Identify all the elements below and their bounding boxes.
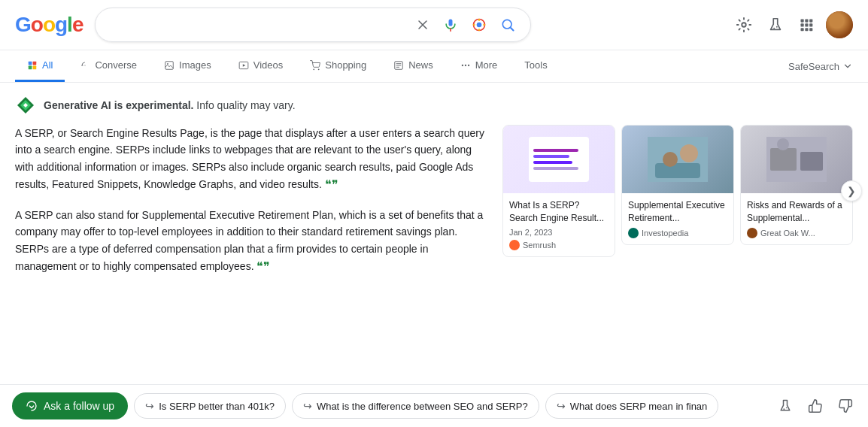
svg-point-39 [680,144,698,162]
suggestion-chip-1[interactable]: ↪ Is SERP better than 401k? [134,393,286,419]
search-bar[interactable]: what is a serp [95,8,531,42]
semrush-logo [509,240,520,250]
card-body-3: Risks and Rewards of a Supplemental... G… [741,193,852,244]
suggestion-text-3: What does SERP mean in finan [570,401,708,412]
bottom-labs-button[interactable] [775,395,796,416]
tab-converse[interactable]: Converse [68,50,149,82]
tab-news-label: News [408,59,433,71]
thumbs-up-icon [808,398,823,413]
svg-point-45 [777,138,789,150]
card-image-3 [741,126,852,193]
card-source-name-1: Semrush [523,241,556,250]
svg-rect-23 [165,61,174,69]
svg-rect-20 [29,65,32,69]
tab-shopping-label: Shopping [325,59,366,71]
tab-shopping[interactable]: Shopping [298,50,378,82]
svg-point-24 [167,63,168,65]
labs-button[interactable] [764,14,787,36]
card-date-1: Jan 2, 2023 [509,228,609,237]
google-logo: Google [15,13,83,37]
ai-paragraph-2: A SERP can also stand for Supplemental E… [15,207,487,277]
card-image-1 [503,126,615,193]
tab-news[interactable]: News [381,50,445,82]
chip-arrow-icon-3: ↪ [557,400,566,412]
card-source-3: Great Oak W... [747,228,846,238]
tab-more[interactable]: More [448,50,510,82]
search-button[interactable] [497,14,518,35]
investopedia-logo [628,228,639,238]
bottom-bar: Ask a follow up ↪ Is SERP better than 40… [0,384,868,427]
tab-videos-label: Videos [253,59,284,71]
svg-rect-15 [801,28,804,31]
svg-rect-12 [801,23,804,26]
videos-tab-icon [238,60,249,71]
tab-all[interactable]: All [15,50,65,82]
all-tab-icon [27,60,38,71]
card-source-name-2: Investopedia [642,229,688,238]
follow-up-label: Ask a follow up [44,400,114,412]
greatoak-logo [747,228,757,238]
svg-rect-43 [770,148,797,171]
safesearch[interactable]: SafeSearch [788,61,853,72]
card-source-name-3: Great Oak W... [760,229,815,238]
svg-point-7 [773,28,775,29]
header-right [733,11,853,38]
flask-icon [767,17,784,33]
svg-rect-10 [805,20,808,23]
svg-rect-21 [33,65,37,69]
svg-rect-19 [33,61,37,65]
card-serp-greatoak[interactable]: Risks and Rewards of a Supplemental... G… [740,125,853,245]
ai-paragraph-1: A SERP, or Search Engine Results Page, i… [15,125,487,195]
suggestion-chip-3[interactable]: ↪ What does SERP mean in finan [545,393,719,419]
card-serp-investopedia[interactable]: Supplemental Executive Retirement... Inv… [621,125,734,245]
follow-up-button[interactable]: Ask a follow up [12,392,128,419]
header: Google what is a serp [0,0,868,50]
images-tab-icon [164,60,175,71]
tab-videos[interactable]: Videos [226,50,296,82]
follow-up-icon [26,400,38,412]
tab-images[interactable]: Images [152,50,223,82]
apps-button[interactable] [796,14,817,35]
tab-more-label: More [475,59,498,71]
bottom-flask-icon [778,398,793,413]
svg-point-32 [461,64,463,65]
thumbs-down-icon [838,398,853,413]
voice-search-button[interactable] [440,14,461,35]
nav-tabs: All Converse Images Videos Shopping [0,50,868,83]
card-title-3: Risks and Rewards of a Supplemental... [747,199,846,225]
card-source-1: Semrush [509,240,609,250]
cards-next-button[interactable]: ❯ [841,180,862,201]
svg-point-47 [786,407,788,409]
clear-search-button[interactable] [413,15,432,35]
svg-point-26 [314,68,315,70]
svg-line-5 [511,28,514,31]
suggestion-chip-2[interactable]: ↪ What is the difference between SEO and… [292,393,539,419]
image-search-button[interactable] [469,14,490,35]
chip-arrow-icon-1: ↪ [145,400,154,412]
svg-point-41 [663,152,678,167]
bottom-right-icons [775,395,856,416]
ai-banner: Generative AI is experimental. Info qual… [15,95,853,116]
suggestion-text-1: Is SERP better than 401k? [159,401,275,412]
svg-point-6 [742,23,746,27]
avatar[interactable] [826,11,853,38]
safesearch-label: SafeSearch [788,61,839,72]
thumbs-up-button[interactable] [805,395,826,416]
ai-diamond-icon [15,95,36,116]
svg-rect-9 [801,20,804,23]
svg-rect-13 [805,23,808,26]
ai-banner-text: Generative AI is experimental. Info qual… [44,99,296,111]
tab-tools[interactable]: Tools [512,50,559,82]
svg-point-33 [465,64,466,65]
converse-tab-icon [80,60,90,71]
search-icon [500,17,515,32]
apps-icon [799,17,814,32]
search-input[interactable]: what is a serp [108,18,405,32]
svg-point-27 [318,68,320,70]
card-image-2 [622,126,733,193]
settings-button[interactable] [733,14,755,36]
thumbs-down-button[interactable] [835,395,856,416]
svg-rect-14 [809,23,812,26]
ai-banner-bold: Generative AI is experimental. [44,99,193,111]
card-serp-semrush[interactable]: What Is a SERP? Search Engine Result... … [502,125,615,257]
